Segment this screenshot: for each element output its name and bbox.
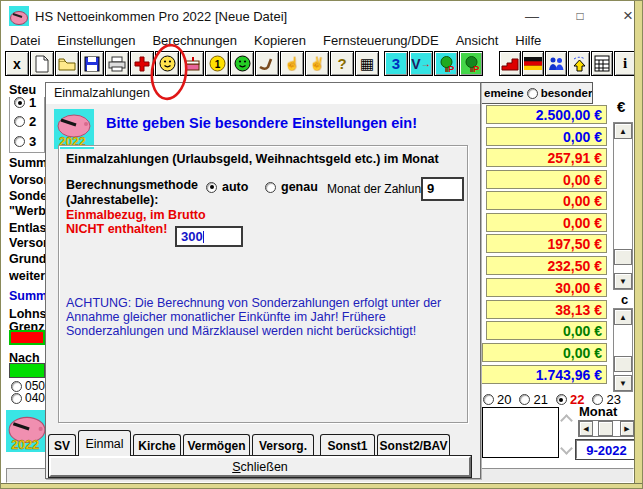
v-arrow-button[interactable]: V →: [409, 51, 433, 76]
menu-berechnungen[interactable]: Berechnungen: [152, 33, 237, 48]
maximize-button[interactable]: □: [565, 5, 595, 27]
label-summe-blau: Summ: [9, 289, 45, 303]
radio-icon: [11, 393, 22, 404]
menu-hilfe[interactable]: Hilfe: [515, 33, 541, 48]
scrollbar-thumb[interactable]: [614, 356, 632, 372]
radio-genau[interactable]: genau: [265, 180, 318, 194]
tab-sv[interactable]: SV: [48, 434, 76, 456]
people-button[interactable]: [545, 51, 567, 76]
amount-field: 232,50 €: [486, 256, 607, 275]
svg-text:2022: 2022: [11, 438, 39, 452]
amounts-scrollbar[interactable]: ▲ ▼: [613, 122, 633, 290]
besondere-radio[interactable]: [527, 88, 538, 99]
warning-line2: NICHT enthalten!: [66, 222, 167, 236]
v-icon: V: [411, 57, 420, 71]
question-icon: ?: [337, 56, 346, 71]
radio-040[interactable]: 040: [11, 391, 45, 405]
chart3-button[interactable]: 3: [384, 51, 408, 76]
frame-right-strip: [634, 1, 643, 489]
hand-victory-button[interactable]: ✌: [305, 51, 329, 76]
menu-einstellungen[interactable]: Einstellungen: [57, 33, 135, 48]
result-listbox[interactable]: [482, 407, 559, 458]
table-button[interactable]: ▦: [355, 51, 379, 76]
smiley-settings-button[interactable]: [155, 51, 179, 76]
minimize-button[interactable]: —: [517, 5, 547, 27]
calculator-button[interactable]: [591, 51, 613, 76]
menu-datei[interactable]: Datei: [10, 33, 40, 48]
new-file-icon: [34, 55, 50, 73]
tab-vermoegen[interactable]: Vermögen: [183, 434, 250, 456]
german-flag-button[interactable]: [522, 51, 544, 76]
scrollbar-thumb[interactable]: [614, 249, 632, 265]
pipe-icon: [258, 56, 276, 71]
label-grundfreibetrag: Grund: [9, 252, 45, 266]
red-cross-icon: [134, 56, 150, 72]
slider-left-button[interactable]: ◀: [579, 421, 593, 436]
up-arrow-icon: [571, 56, 588, 72]
up-arrow-button[interactable]: [568, 51, 590, 76]
month-of-payment-label: Monat der Zahlung:: [327, 182, 431, 196]
scroll-down-button[interactable]: ▼: [614, 273, 632, 289]
tree-p-cyan-button[interactable]: P: [434, 51, 458, 76]
radio-icon: [265, 182, 276, 193]
table-grid-icon: ▦: [360, 56, 374, 71]
save-button[interactable]: [80, 51, 104, 76]
help-button[interactable]: ?: [330, 51, 354, 76]
cake-button[interactable]: [180, 51, 204, 76]
radio-auto[interactable]: auto: [206, 180, 248, 194]
menu-kopieren[interactable]: Kopieren: [254, 33, 306, 48]
pipe-button[interactable]: [255, 51, 279, 76]
month-slider[interactable]: ◀ ▶: [578, 420, 635, 437]
secondary-scrollbar[interactable]: ▲ ▼: [613, 308, 633, 392]
info-button[interactable]: i: [614, 51, 636, 76]
label-entlastung: Entlas: [9, 221, 45, 235]
radio-icon: [206, 182, 217, 193]
tab-sonst2-bav[interactable]: Sonst2/BAV: [377, 434, 450, 456]
open-folder-icon: [58, 57, 76, 71]
radio-icon: [11, 381, 22, 392]
besondere-label: besondere: [541, 87, 593, 99]
scroll-up-button[interactable]: ▲: [614, 123, 632, 139]
amount-input[interactable]: 300: [175, 226, 243, 247]
cake-icon: [184, 56, 201, 72]
up-arrow-icon: ▲: [619, 313, 627, 322]
chevron-up-icon[interactable]: [560, 414, 573, 427]
scroll-down-button[interactable]: ▼: [614, 375, 632, 391]
open-file-button[interactable]: [55, 51, 79, 76]
coin-button[interactable]: 1: [205, 51, 229, 76]
tab-kirche[interactable]: Kirche: [133, 434, 181, 456]
year-radio-21[interactable]: 21: [519, 392, 547, 407]
warning-line1: Einmalbezug, im Brutto: [66, 208, 206, 222]
print-button[interactable]: [105, 51, 129, 76]
slider-thumb[interactable]: [598, 421, 613, 436]
hand-point-button[interactable]: ☝: [280, 51, 304, 76]
red-cross-button[interactable]: [130, 51, 154, 76]
steuerklasse-radio-2[interactable]: 2: [14, 114, 36, 129]
tab-einmal[interactable]: Einmal: [78, 430, 131, 456]
tab-sonst1[interactable]: Sonst1: [320, 434, 375, 456]
steuerklasse-radio-3[interactable]: 3: [14, 134, 36, 149]
scroll-up-button[interactable]: ▲: [614, 309, 632, 325]
slider-right-button[interactable]: ▶: [620, 421, 634, 436]
tabelle-radio-group: emeine besondere: [481, 82, 593, 104]
schliessen-button[interactable]: Schließen: [49, 456, 471, 477]
menu-ansicht[interactable]: Ansicht: [456, 33, 499, 48]
frame-bottom-strip: [1, 483, 643, 489]
month-input[interactable]: 9: [421, 177, 464, 201]
dialog-title-bar[interactable]: Einmalzahlungen: [46, 83, 480, 104]
tab-versorg[interactable]: Versorg.: [252, 434, 314, 456]
year-radio-20[interactable]: 20: [483, 392, 511, 407]
left-arrow-icon: ◀: [583, 425, 588, 433]
red-stairs-button[interactable]: [499, 51, 521, 76]
new-file-button[interactable]: [30, 51, 54, 76]
chevron-down-icon[interactable]: [560, 442, 573, 455]
exit-button[interactable]: x: [5, 51, 29, 76]
amount-field: 0,00 €: [486, 213, 607, 232]
green-smiley-button[interactable]: [230, 51, 254, 76]
menu-bar: Datei Einstellungen Berechnungen Kopiere…: [1, 31, 634, 49]
toolbar-middle-group: 3 V → P P: [384, 51, 483, 76]
steuerklasse-radio-1[interactable]: 1: [14, 95, 36, 110]
menu-fernsteuerung[interactable]: Fernsteuerung/DDE: [323, 33, 439, 48]
label-sonder: Sonde: [9, 189, 45, 203]
tree-p-green-button[interactable]: P: [459, 51, 483, 76]
